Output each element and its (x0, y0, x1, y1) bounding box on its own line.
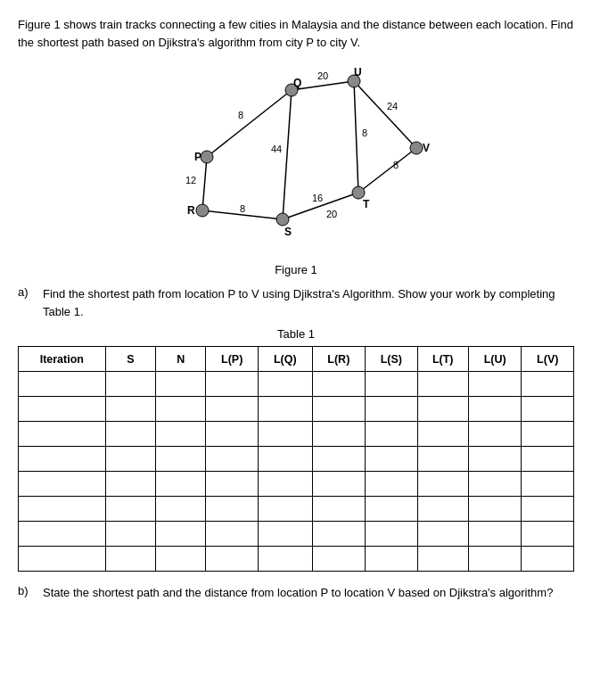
table-cell (105, 497, 155, 522)
table-cell (206, 372, 258, 397)
svg-line-1 (202, 157, 207, 210)
table-cell (522, 547, 574, 572)
graph-svg: 8 12 8 20 44 16 20 24 8 8 P Q (153, 63, 439, 259)
table-cell (258, 422, 312, 447)
section-b: b) State the shortest path and the dista… (18, 584, 574, 602)
table-cell (417, 422, 468, 447)
section-a: a) Find the shortest path from location … (18, 285, 574, 320)
table-cell (156, 372, 206, 397)
table-cell (156, 472, 206, 497)
figure-label: Figure 1 (275, 263, 317, 276)
table-cell (312, 422, 366, 447)
table-cell (366, 447, 417, 472)
table-cell (366, 397, 417, 422)
table-cell (156, 422, 206, 447)
table-cell (206, 447, 258, 472)
table-cell (468, 497, 522, 522)
svg-point-19 (201, 151, 213, 163)
col-s: S (105, 347, 155, 372)
table-cell (417, 447, 468, 472)
col-n: N (156, 347, 206, 372)
table-cell (312, 447, 366, 472)
svg-text:24: 24 (387, 101, 398, 111)
graph-area: 8 12 8 20 44 16 20 24 8 8 P Q (153, 63, 439, 259)
table-cell (156, 447, 206, 472)
table-row (19, 472, 574, 497)
table-row (19, 447, 574, 472)
section-a-text: Find the shortest path from location P t… (43, 285, 574, 320)
svg-text:8: 8 (238, 110, 243, 120)
table-cell (206, 497, 258, 522)
table-cell (105, 547, 155, 572)
table-cell (522, 397, 574, 422)
col-lp: L(P) (206, 347, 258, 372)
svg-text:16: 16 (312, 193, 323, 203)
table-cell (366, 547, 417, 572)
svg-point-31 (410, 142, 423, 154)
section-a-label: a) (18, 285, 43, 320)
svg-line-7 (354, 81, 358, 193)
svg-text:20: 20 (326, 209, 337, 219)
table-label: Table 1 (18, 327, 574, 341)
table-row (19, 422, 574, 447)
svg-text:8: 8 (362, 128, 367, 138)
table-cell (258, 522, 312, 547)
table-cell (19, 522, 106, 547)
svg-point-23 (196, 204, 209, 217)
section-b-text: State the shortest path and the distance… (43, 584, 553, 602)
table-cell (19, 397, 106, 422)
svg-text:U: U (354, 66, 362, 78)
table-cell (468, 447, 522, 472)
table-cell (258, 397, 312, 422)
table-cell (312, 522, 366, 547)
table-cell (522, 447, 574, 472)
intro-text: Figure 1 shows train tracks connecting a… (18, 16, 574, 51)
svg-point-27 (352, 186, 365, 199)
table-cell (468, 397, 522, 422)
svg-text:T: T (363, 198, 370, 210)
table-cell (258, 372, 312, 397)
table-cell (19, 472, 106, 497)
svg-text:S: S (284, 226, 292, 238)
table-cell (258, 472, 312, 497)
table-row (19, 397, 574, 422)
table-cell (105, 397, 155, 422)
table-cell (468, 472, 522, 497)
col-iteration: Iteration (19, 347, 106, 372)
svg-text:P: P (194, 151, 201, 163)
table-cell (468, 372, 522, 397)
table-cell (105, 372, 155, 397)
table-cell (468, 547, 522, 572)
table-cell (366, 522, 417, 547)
section-b-label: b) (18, 584, 43, 602)
table-cell (417, 522, 468, 547)
table-cell (19, 497, 106, 522)
col-lr: L(R) (312, 347, 366, 372)
svg-line-8 (358, 148, 416, 193)
col-lv: L(V) (522, 347, 574, 372)
table-cell (417, 372, 468, 397)
djikstra-table: Iteration S N L(P) L(Q) L(R) L(S) L(T) L… (18, 346, 574, 572)
table-cell (19, 447, 106, 472)
table-cell (417, 397, 468, 422)
table-cell (156, 522, 206, 547)
svg-text:V: V (423, 142, 430, 154)
table-cell (366, 422, 417, 447)
table-cell (258, 447, 312, 472)
table-cell (206, 472, 258, 497)
table-cell (19, 422, 106, 447)
table-cell (105, 447, 155, 472)
svg-point-25 (276, 213, 289, 226)
table-cell (156, 547, 206, 572)
table-cell (206, 397, 258, 422)
col-lq: L(Q) (258, 347, 312, 372)
table-cell (258, 547, 312, 572)
table-cell (417, 472, 468, 497)
figure-container: 8 12 8 20 44 16 20 24 8 8 P Q (18, 63, 574, 276)
table-cell (312, 372, 366, 397)
svg-text:8: 8 (393, 160, 399, 170)
table-cell (312, 472, 366, 497)
svg-text:12: 12 (185, 175, 196, 185)
table-cell (206, 422, 258, 447)
table-cell (156, 397, 206, 422)
